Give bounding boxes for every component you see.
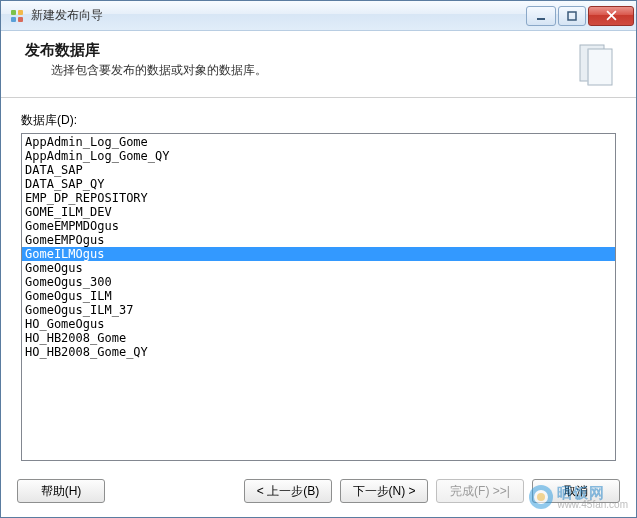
wizard-header: 发布数据库 选择包含要发布的数据或对象的数据库。 bbox=[1, 31, 636, 98]
footer: 帮助(H) < 上一步(B) 下一步(N) > 完成(F) >>| 取消 bbox=[1, 469, 636, 517]
help-button[interactable]: 帮助(H) bbox=[17, 479, 105, 503]
svg-rect-0 bbox=[11, 10, 16, 15]
list-item[interactable]: GomeEMPOgus bbox=[22, 233, 615, 247]
list-item[interactable]: GOME_ILM_DEV bbox=[22, 205, 615, 219]
close-button[interactable] bbox=[588, 6, 634, 26]
database-listbox[interactable]: AppAdmin_Log_GomeAppAdmin_Log_Gome_QYDAT… bbox=[21, 133, 616, 461]
content-area: 数据库(D): AppAdmin_Log_GomeAppAdmin_Log_Go… bbox=[1, 98, 636, 469]
list-item[interactable]: HO_HB2008_Gome bbox=[22, 331, 615, 345]
list-item[interactable]: AppAdmin_Log_Gome bbox=[22, 135, 615, 149]
cancel-button[interactable]: 取消 bbox=[532, 479, 620, 503]
list-item[interactable]: DATA_SAP bbox=[22, 163, 615, 177]
database-list-label: 数据库(D): bbox=[21, 112, 616, 129]
header-title: 发布数据库 bbox=[25, 41, 564, 60]
header-graphic-icon bbox=[574, 41, 620, 87]
wizard-window: 新建发布向导 发布数据库 选择包含要发布的数据或对象的数据库。 bbox=[0, 0, 637, 518]
svg-rect-1 bbox=[18, 10, 23, 15]
list-item[interactable]: AppAdmin_Log_Gome_QY bbox=[22, 149, 615, 163]
list-item[interactable]: EMP_DP_REPOSITORY bbox=[22, 191, 615, 205]
list-item[interactable]: HO_GomeOgus bbox=[22, 317, 615, 331]
list-item[interactable]: HO_HB2008_Gome_QY bbox=[22, 345, 615, 359]
back-button[interactable]: < 上一步(B) bbox=[244, 479, 332, 503]
minimize-button[interactable] bbox=[526, 6, 556, 26]
list-item[interactable]: GomeOgus_300 bbox=[22, 275, 615, 289]
svg-rect-3 bbox=[18, 17, 23, 22]
next-button[interactable]: 下一步(N) > bbox=[340, 479, 428, 503]
svg-rect-5 bbox=[568, 12, 576, 20]
svg-rect-7 bbox=[588, 49, 612, 85]
maximize-button[interactable] bbox=[558, 6, 586, 26]
list-item[interactable]: GomeOgus bbox=[22, 261, 615, 275]
finish-button: 完成(F) >>| bbox=[436, 479, 524, 503]
list-item[interactable]: DATA_SAP_QY bbox=[22, 177, 615, 191]
list-item[interactable]: GomeEMPMDOgus bbox=[22, 219, 615, 233]
list-item[interactable]: GomeILMOgus bbox=[22, 247, 615, 261]
header-text: 发布数据库 选择包含要发布的数据或对象的数据库。 bbox=[25, 41, 564, 79]
svg-rect-2 bbox=[11, 17, 16, 22]
window-title: 新建发布向导 bbox=[31, 7, 526, 24]
titlebar: 新建发布向导 bbox=[1, 1, 636, 31]
list-item[interactable]: GomeOgus_ILM_37 bbox=[22, 303, 615, 317]
app-icon bbox=[9, 8, 25, 24]
header-subtitle: 选择包含要发布的数据或对象的数据库。 bbox=[25, 62, 564, 79]
window-controls bbox=[526, 6, 634, 26]
svg-rect-4 bbox=[537, 18, 545, 20]
list-item[interactable]: GomeOgus_ILM bbox=[22, 289, 615, 303]
